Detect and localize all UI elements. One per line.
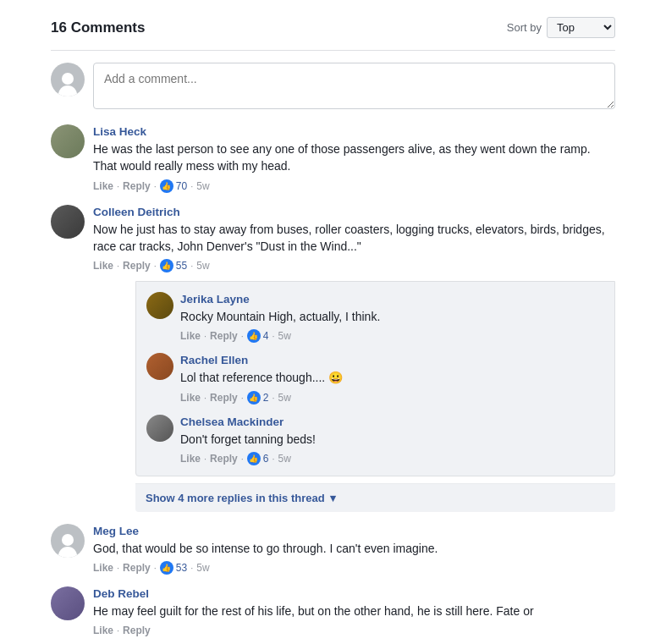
replies-container: Jerika Layne Rocky Mountain High, actual… [135,281,615,476]
like-action[interactable]: Like [180,453,201,465]
reply-author-name[interactable]: Rachel Ellen [180,354,248,366]
like-reaction-icon: 👍 [247,391,261,405]
reaction-count: 👍 70 [160,179,187,193]
reaction-count: 👍 55 [160,259,187,272]
like-action[interactable]: Like [180,392,201,404]
add-comment-row [51,63,615,109]
reply-action[interactable]: Reply [123,562,151,574]
comment-actions: Like · Reply · 👍 2 ·5w [180,391,604,405]
add-comment-input[interactable] [93,63,615,109]
reply-action[interactable]: Reply [123,625,151,636]
commenter-name[interactable]: Colleen Deitrich [93,206,180,218]
reply-block: Rachel Ellen Lol that reference though..… [146,353,604,404]
current-user-avatar [51,63,85,96]
comments-header: 16 Comments Sort by Top Recent [51,8,615,51]
user-avatar [51,205,85,239]
reaction-count: 👍 4 [247,329,269,343]
comment-actions: Like · Reply · 👍 4 ·5w [180,329,604,343]
comment-block: Deb Rebel He may feel guilt for the rest… [51,586,615,636]
comment-block: Colleen Deitrich Now he just has to stay… [51,205,615,512]
comment-block: Meg Lee God, that would be so intense to… [51,524,615,575]
reply-author-name[interactable]: Chelsea Mackinder [180,416,283,428]
like-reaction-icon: 👍 [160,561,173,575]
comment-text: He may feel guilt for the rest of his li… [93,603,615,619]
like-reaction-icon: 👍 [247,329,261,343]
reply-action[interactable]: Reply [210,453,238,465]
reply-text: Don't forget tanning beds! [180,431,604,448]
reply-text: Lol that reference though.... 😀 [180,369,604,386]
like-action[interactable]: Like [93,562,113,574]
sort-by-label: Sort by [507,21,542,34]
reply-action[interactable]: Reply [123,260,151,272]
reaction-count: 👍 53 [160,561,187,575]
comment-text: He was the last person to see any one of… [93,140,615,175]
comment-text: Now he just has to stay away from buses,… [93,221,615,256]
comments-list: Lisa Heck He was the last person to see … [51,124,615,636]
user-avatar [146,415,173,442]
like-action[interactable]: Like [180,330,201,342]
comment-actions: Like · Reply [93,625,615,636]
comment-actions: Like · Reply · 👍 53 ·5w [93,561,615,575]
user-avatar [51,524,85,558]
comment-block: Lisa Heck He was the last person to see … [51,124,615,193]
replies-section: Jerika Layne Rocky Mountain High, actual… [135,281,615,512]
reply-author-name[interactable]: Jerika Layne [180,293,250,305]
commenter-name[interactable]: Lisa Heck [93,125,146,138]
reply-action[interactable]: Reply [210,330,238,342]
sort-select[interactable]: Top Recent [547,17,615,38]
show-more-replies-button[interactable]: Show 4 more replies in this thread ▾ [135,483,615,512]
like-action[interactable]: Like [93,180,113,192]
like-reaction-icon: 👍 [160,259,173,272]
user-avatar [51,586,85,620]
sort-by-container: Sort by Top Recent [507,17,615,38]
comment-content: Lisa Heck He was the last person to see … [93,124,615,193]
reaction-count: 👍 6 [247,452,269,465]
show-more-replies-label: Show 4 more replies in this thread [146,492,325,504]
comment-content: Meg Lee God, that would be so intense to… [93,524,615,575]
comment-text: God, that would be so intense to go thro… [93,540,615,557]
chevron-down-icon: ▾ [330,492,336,504]
reply-text: Rocky Mountain High, actually, I think. [180,308,604,325]
comment-actions: Like · Reply · 👍 55 ·5w [93,259,615,272]
commenter-name[interactable]: Meg Lee [93,525,139,537]
user-avatar [51,124,85,158]
comment-actions: Like · Reply · 👍 6 ·5w [180,452,604,465]
like-action[interactable]: Like [93,260,113,272]
reaction-count: 👍 2 [247,391,269,405]
reply-content: Rachel Ellen Lol that reference though..… [180,353,604,404]
comment-content: Deb Rebel He may feel guilt for the rest… [93,586,615,636]
reply-block: Jerika Layne Rocky Mountain High, actual… [146,292,604,343]
user-avatar [146,353,173,380]
reply-action[interactable]: Reply [210,392,238,404]
user-avatar [146,292,173,319]
comment-actions: Like · Reply · 👍 70 ·5w [93,179,615,193]
comment-content: Colleen Deitrich Now he just has to stay… [93,205,615,512]
reply-content: Chelsea Mackinder Don't forget tanning b… [180,415,604,465]
like-reaction-icon: 👍 [160,179,173,193]
comments-count-label: 16 Comments [51,19,145,36]
reply-content: Jerika Layne Rocky Mountain High, actual… [180,292,604,343]
reply-action[interactable]: Reply [123,180,151,192]
commenter-name[interactable]: Deb Rebel [93,587,149,600]
reply-block: Chelsea Mackinder Don't forget tanning b… [146,415,604,465]
like-action[interactable]: Like [93,625,113,636]
like-reaction-icon: 👍 [247,452,261,465]
